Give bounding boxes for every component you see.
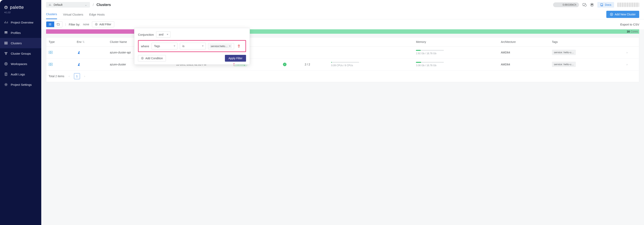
sidebar-item-label: Project Overview xyxy=(11,21,33,24)
row-expand-icon[interactable]: › xyxy=(627,63,628,66)
project-selector[interactable]: Default ⌄ xyxy=(46,2,90,8)
conjunction-select[interactable]: and xyxy=(156,31,170,38)
apply-filter-button[interactable]: Apply Filter xyxy=(225,55,246,62)
cluster-groups-icon xyxy=(4,52,8,56)
filter-popover: Conjunction and where Tags is service:he… xyxy=(134,28,250,65)
tag-chip: service: hello-u… xyxy=(552,50,576,55)
toolbar: | Filter by: none Add Filter Export to C… xyxy=(41,19,644,29)
export-csv-link[interactable]: Export to CSV xyxy=(620,23,639,26)
memory-bar xyxy=(416,50,444,51)
add-condition-label: Add Condition xyxy=(145,57,163,60)
resource-segment-free xyxy=(200,29,640,34)
list-view-button[interactable] xyxy=(46,22,54,27)
cluster-type-icon xyxy=(49,51,72,54)
col-type[interactable]: Type xyxy=(46,38,74,46)
filter-value-chip: service:hello… ✕ xyxy=(210,44,232,48)
svg-point-6 xyxy=(6,52,7,53)
brand-name: palette xyxy=(10,5,24,10)
where-label: where xyxy=(141,44,149,48)
chat-icon[interactable] xyxy=(582,2,586,7)
filter-value-input[interactable]: service:hello… ✕ xyxy=(208,43,234,49)
svg-point-8 xyxy=(4,62,8,65)
delete-condition-icon[interactable] xyxy=(237,44,240,48)
workspaces-icon xyxy=(4,62,8,66)
sidebar-item-label: Workspaces xyxy=(11,62,27,66)
col-memory[interactable]: Memory xyxy=(414,38,498,46)
tabs-row: Clusters Virtual Clusters Edge Hosts Add… xyxy=(41,10,644,19)
col-tags[interactable]: Tags xyxy=(550,38,624,46)
docs-button[interactable]: Docs xyxy=(597,2,614,8)
view-toggle xyxy=(46,21,62,27)
add-filter-button[interactable]: Add Filter xyxy=(92,21,114,27)
filter-condition-row: where Tags is service:hello… ✕ xyxy=(138,40,246,52)
plus-circle-icon xyxy=(95,23,98,26)
breadcrumb-current: Clusters xyxy=(96,3,111,7)
map-view-button[interactable] xyxy=(54,22,62,27)
plus-circle-icon xyxy=(610,13,613,16)
sidebar-item-cluster-groups[interactable]: Cluster Groups xyxy=(0,48,41,59)
svg-rect-20 xyxy=(51,51,52,52)
page-prev[interactable]: ‹ xyxy=(67,74,72,78)
cpu-bar xyxy=(331,62,359,63)
total-items-label: Total 2 items xyxy=(49,74,64,78)
clusters-icon xyxy=(4,41,8,45)
user-menu[interactable] xyxy=(617,2,639,7)
sidebar-nav: Project Overview Profiles Clusters Clust… xyxy=(0,17,41,90)
project-selector-value: Default xyxy=(54,3,62,6)
row-expand-icon[interactable]: › xyxy=(627,51,628,54)
svg-rect-2 xyxy=(6,42,8,43)
sidebar-item-project-settings[interactable]: Project Settings xyxy=(0,80,41,90)
add-condition-button[interactable]: Add Condition xyxy=(138,55,166,62)
docs-label: Docs xyxy=(605,3,611,6)
sidebar-item-label: Cluster Groups xyxy=(11,52,31,55)
page-number[interactable]: 1 xyxy=(74,73,80,79)
add-filter-label: Add Filter xyxy=(99,23,111,26)
chart-icon xyxy=(4,20,8,24)
sidebar-item-audit-logs[interactable]: Audit Logs xyxy=(0,69,41,80)
svg-rect-1 xyxy=(4,42,6,43)
arch-value: AMD64 xyxy=(498,58,550,70)
breadcrumb-separator: / xyxy=(93,3,94,7)
filter-field-select[interactable]: Tags xyxy=(152,43,178,50)
tab-edge-hosts[interactable]: Edge Hosts xyxy=(89,10,105,19)
tab-virtual-clusters[interactable]: Virtual Clusters xyxy=(63,10,83,19)
svg-point-9 xyxy=(6,64,6,64)
cores-label: 16 Cores xyxy=(627,30,638,33)
tag-chip: service: hello-u… xyxy=(552,62,576,67)
sidebar-item-workspaces[interactable]: Workspaces xyxy=(0,59,41,69)
svg-rect-23 xyxy=(49,63,50,64)
layers-icon xyxy=(4,31,8,35)
svg-point-7 xyxy=(6,54,6,55)
filter-by-label: Filter by: xyxy=(69,23,80,26)
sidebar-item-clusters[interactable]: Clusters xyxy=(0,38,41,48)
svg-point-15 xyxy=(49,23,49,24)
sidebar: palette 4.1.12 Project Overview Profiles… xyxy=(0,0,41,225)
svg-rect-22 xyxy=(51,53,52,54)
sort-icon: ⇅ xyxy=(82,40,85,44)
svg-point-17 xyxy=(49,25,49,25)
annotation-arrow-icon xyxy=(233,61,235,67)
memory-bar xyxy=(416,62,444,63)
sidebar-item-label: Profiles xyxy=(11,31,21,34)
remove-tag-icon[interactable]: ✕ xyxy=(229,45,231,48)
svg-point-16 xyxy=(49,24,49,24)
add-new-cluster-button[interactable]: Add New Cluster xyxy=(606,11,639,18)
sidebar-item-profiles[interactable]: Profiles xyxy=(0,28,41,38)
sidebar-item-project-overview[interactable]: Project Overview xyxy=(0,17,41,28)
page-next[interactable]: › xyxy=(82,74,87,78)
bar-chart-icon xyxy=(49,4,52,6)
svg-rect-25 xyxy=(49,65,50,66)
compass-icon[interactable] xyxy=(590,2,594,7)
arch-value: AMD64 xyxy=(498,46,550,58)
svg-rect-24 xyxy=(51,63,52,64)
version-label: 4.1.12 xyxy=(0,11,41,17)
col-env[interactable]: Env ⇅ xyxy=(74,38,108,46)
nodes-value: 2 / 2 xyxy=(302,58,329,70)
cluster-type-icon xyxy=(49,63,72,66)
svg-rect-19 xyxy=(49,51,50,52)
conjunction-label: Conjunction xyxy=(138,33,154,36)
col-architecture[interactable]: Architecture xyxy=(498,38,550,46)
gear-icon xyxy=(4,82,8,86)
tab-clusters[interactable]: Clusters xyxy=(46,10,57,19)
filter-operator-select[interactable]: is xyxy=(180,43,206,50)
